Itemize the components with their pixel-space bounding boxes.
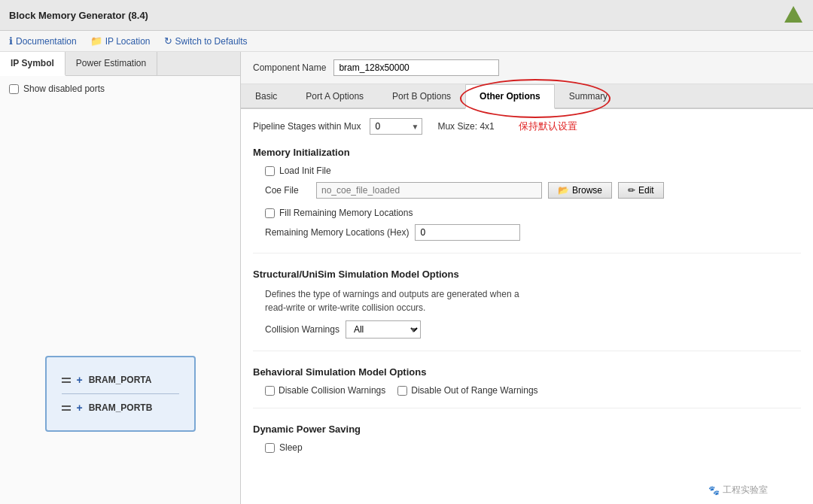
annotation-text: 保持默认设置 — [519, 120, 577, 133]
load-init-file-label: Load Init File — [279, 165, 331, 176]
sleep-row: Sleep — [265, 442, 801, 453]
show-disabled-checkbox[interactable] — [9, 84, 19, 94]
watermark-icon: 🐾 — [708, 485, 720, 496]
disable-collision-checkbox[interactable] — [265, 386, 275, 396]
disable-range-checkbox[interactable] — [397, 386, 407, 396]
browse-icon: 📂 — [558, 185, 569, 196]
browse-button[interactable]: 📂 Browse — [548, 182, 612, 199]
behavioral-section: Behavioral Simulation Model Options Disa… — [253, 351, 801, 396]
right-tab-bar: Basic Port A Options Port B Options Othe… — [241, 84, 813, 109]
structural-section: Structural/UniSim Simulation Model Optio… — [253, 253, 801, 339]
coe-file-input[interactable] — [316, 182, 542, 199]
title-bar: Block Memory Generator (8.4) — [0, 0, 813, 31]
tab-summary[interactable]: Summary — [555, 84, 622, 108]
pipeline-row: Pipeline Stages within Mux 0 1 2 3 ▼ Mux… — [253, 118, 801, 135]
tab-power-estimation[interactable]: Power Estimation — [65, 52, 157, 75]
collision-select-wrapper: All Warning Only Generate X Only None ▼ — [346, 320, 421, 339]
left-panel: IP Symbol Power Estimation Show disabled… — [0, 52, 241, 504]
watermark-text: 工程实验室 — [723, 484, 768, 496]
remaining-hex-row: Remaining Memory Locations (Hex) — [265, 224, 801, 241]
fill-remaining-checkbox-row: Fill Remaining Memory Locations — [265, 208, 801, 218]
collision-label: Collision Warnings — [265, 324, 340, 335]
collision-select[interactable]: All Warning Only Generate X Only None — [346, 320, 421, 339]
bram-portb-port: + BRAM_PORTB — [62, 397, 179, 418]
portb-lines — [62, 405, 71, 411]
window-title: Block Memory Generator (8.4) — [9, 10, 148, 21]
component-name-label: Component Name — [253, 62, 326, 73]
pipeline-select-wrapper: 0 1 2 3 ▼ — [370, 118, 422, 135]
show-disabled-row: Show disabled ports — [9, 83, 231, 94]
portb-label: BRAM_PORTB — [89, 402, 153, 413]
documentation-link[interactable]: ℹ Documentation — [9, 35, 77, 47]
structural-desc: Defines the type of warnings and outputs… — [265, 287, 801, 314]
browse-label: Browse — [572, 185, 602, 196]
fill-remaining-label: Fill Remaining Memory Locations — [279, 208, 413, 218]
switch-defaults-link[interactable]: ↻ Switch to Defaults — [164, 35, 248, 47]
main-container: IP Symbol Power Estimation Show disabled… — [0, 52, 813, 504]
component-name-input[interactable] — [333, 59, 499, 76]
tab-port-b-options[interactable]: Port B Options — [378, 84, 465, 108]
pipeline-label: Pipeline Stages within Mux — [253, 121, 361, 132]
tab-other-options[interactable]: Other Options — [465, 84, 555, 109]
toolbar: ℹ Documentation 📁 IP Location ↻ Switch t… — [0, 31, 813, 52]
memory-init-title: Memory Initialization — [253, 147, 801, 158]
disable-range-label: Disable Out of Range Warnings — [411, 385, 537, 396]
sleep-label: Sleep — [279, 442, 303, 453]
sleep-checkbox[interactable] — [265, 443, 275, 453]
ip-symbol-area: + BRAM_PORTA + BRAM_PORTB — [0, 283, 240, 504]
behavioral-checkboxes: Disable Collision Warnings Disable Out o… — [265, 385, 801, 396]
documentation-label: Documentation — [16, 36, 77, 47]
pipeline-select[interactable]: 0 1 2 3 — [370, 118, 422, 135]
switch-defaults-label: Switch to Defaults — [175, 36, 248, 47]
mux-size-label: Mux Size: 4x1 — [437, 121, 494, 132]
remaining-hex-label: Remaining Memory Locations (Hex) — [265, 227, 409, 238]
edit-label: Edit — [638, 185, 654, 196]
left-tab-bar: IP Symbol Power Estimation — [0, 52, 240, 76]
structural-title: Structural/UniSim Simulation Model Optio… — [253, 269, 801, 280]
left-panel-content: Show disabled ports — [0, 76, 240, 283]
fill-remaining-row: Fill Remaining Memory Locations — [265, 208, 801, 218]
coe-file-label: Coe File — [265, 185, 310, 196]
folder-icon: 📁 — [90, 35, 102, 47]
show-disabled-label: Show disabled ports — [23, 83, 105, 94]
portb-expand-icon[interactable]: + — [77, 402, 83, 414]
tab-ip-symbol[interactable]: IP Symbol — [0, 52, 65, 76]
bram-porta-port: + BRAM_PORTA — [62, 369, 179, 390]
edit-icon: ✏ — [628, 185, 635, 196]
tab-basic[interactable]: Basic — [241, 84, 291, 108]
watermark: 🐾 工程实验室 — [708, 484, 768, 496]
bram-symbol-box: + BRAM_PORTA + BRAM_PORTB — [45, 356, 196, 432]
load-init-file-checkbox[interactable] — [265, 166, 275, 176]
disable-range-item: Disable Out of Range Warnings — [397, 385, 537, 396]
ip-location-link[interactable]: 📁 IP Location — [90, 35, 151, 47]
porta-label: BRAM_PORTA — [89, 375, 152, 385]
porta-lines — [62, 378, 71, 383]
component-name-row: Component Name — [241, 52, 813, 84]
refresh-icon: ↻ — [164, 35, 172, 47]
svg-marker-0 — [784, 6, 802, 23]
disable-collision-label: Disable Collision Warnings — [279, 385, 385, 396]
porta-expand-icon[interactable]: + — [77, 374, 83, 386]
behavioral-title: Behavioral Simulation Model Options — [253, 366, 801, 378]
coe-file-row: Coe File 📂 Browse ✏ Edit — [265, 182, 801, 199]
vivado-logo-icon — [783, 5, 804, 26]
right-panel: Component Name Basic Port A Options Port… — [241, 52, 813, 504]
collision-warnings-row: Collision Warnings All Warning Only Gene… — [265, 320, 801, 339]
remaining-hex-input[interactable] — [415, 224, 520, 241]
ip-location-label: IP Location — [105, 36, 151, 47]
tab-port-a-options[interactable]: Port A Options — [291, 84, 378, 108]
port-divider — [62, 393, 179, 394]
load-init-file-row: Load Init File — [265, 165, 801, 176]
edit-button[interactable]: ✏ Edit — [618, 182, 664, 199]
dynamic-section: Dynamic Power Saving Sleep — [253, 408, 801, 453]
disable-collision-item: Disable Collision Warnings — [265, 385, 385, 396]
tab-content-other-options: Pipeline Stages within Mux 0 1 2 3 ▼ Mux… — [241, 109, 813, 504]
info-icon: ℹ — [9, 35, 13, 47]
fill-remaining-checkbox[interactable] — [265, 208, 275, 218]
dynamic-title: Dynamic Power Saving — [253, 424, 801, 435]
